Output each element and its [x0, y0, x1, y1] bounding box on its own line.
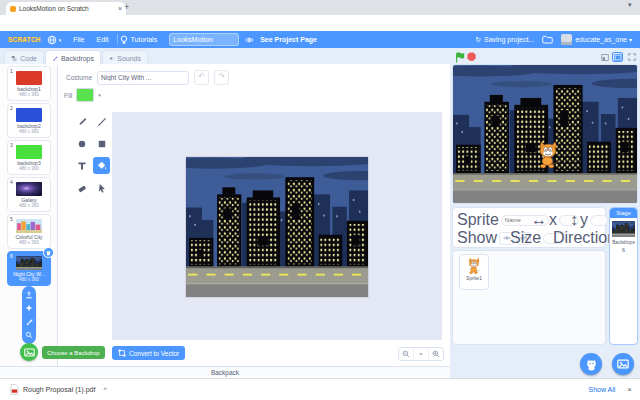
- stop-button[interactable]: [467, 52, 476, 61]
- tab-sounds[interactable]: Sounds: [102, 50, 148, 65]
- add-backdrop-menu: [22, 286, 36, 344]
- browser-tab-bar: LooksMotion on Scratch × + ▾: [0, 0, 640, 15]
- small-stage-button[interactable]: [599, 52, 610, 62]
- zoom-out-button[interactable]: [399, 348, 413, 360]
- backdrop-item-colorful-city[interactable]: 5 Colorful City 480 x 360: [7, 214, 51, 249]
- cat-sprite[interactable]: [533, 137, 563, 173]
- backpack-bar[interactable]: Backpack: [0, 366, 450, 378]
- saving-status: ↻ Saving project...: [475, 36, 534, 44]
- backdrop-thumbnail: [16, 71, 42, 85]
- convert-to-vector-button[interactable]: Convert to Vector: [112, 346, 185, 360]
- vector-icon: [118, 349, 126, 357]
- backdrop-number: 3: [10, 142, 13, 148]
- night-city-costume-image[interactable]: [186, 157, 368, 297]
- select-arrow-icon: [98, 184, 104, 193]
- y-arrow-icon: ↕: [570, 211, 578, 229]
- pdf-file-icon: [10, 384, 19, 395]
- stage-selector-card[interactable]: Stage Backdrops 6: [609, 207, 638, 345]
- add-sprite-button[interactable]: [580, 353, 602, 375]
- line-tool[interactable]: [93, 113, 110, 130]
- stage-selector-title: Stage: [610, 208, 637, 218]
- redo-button[interactable]: ↷: [214, 70, 229, 85]
- select-tool[interactable]: [93, 179, 110, 196]
- backdrops-count-value: 6: [610, 247, 637, 253]
- my-stuff-folder-icon[interactable]: [542, 35, 553, 44]
- browser-tab[interactable]: LooksMotion on Scratch ×: [6, 2, 126, 15]
- add-backdrop-button[interactable]: [612, 353, 634, 375]
- stage-preview[interactable]: [452, 64, 638, 204]
- backdrop-item-galaxy[interactable]: 4 Galaxy 480 x 360: [7, 177, 51, 212]
- upload-backdrop-icon[interactable]: [25, 291, 33, 299]
- tab-backdrops[interactable]: Backdrops: [45, 50, 101, 65]
- backdrop-item-backdrop3[interactable]: 3 backdrop3 480 x 360: [7, 140, 51, 175]
- see-project-page-button[interactable]: See Project Page: [260, 36, 317, 43]
- show-all-downloads-link[interactable]: Show All: [588, 386, 615, 393]
- costume-name-input[interactable]: [97, 71, 189, 85]
- menu-edit[interactable]: Edit: [97, 36, 109, 43]
- account-caret-icon[interactable]: ▾: [629, 36, 632, 43]
- direction-label: Direction: [553, 229, 616, 247]
- project-name-input[interactable]: [169, 33, 239, 46]
- backdrop-number: 2: [10, 105, 13, 111]
- zoom-reset-button[interactable]: =: [413, 348, 428, 360]
- user-avatar[interactable]: [561, 34, 572, 45]
- eraser-tool[interactable]: [73, 179, 90, 196]
- text-tool[interactable]: [73, 157, 90, 174]
- download-expand-icon[interactable]: ^: [103, 386, 106, 393]
- fill-color-swatch[interactable]: [76, 88, 94, 102]
- language-globe-icon[interactable]: [47, 35, 57, 45]
- stage-backdrop: [453, 65, 637, 203]
- circle-icon: [78, 140, 84, 146]
- menu-file[interactable]: File: [73, 36, 84, 43]
- scratch-logo[interactable]: SCRATCH: [8, 36, 41, 43]
- backdrop-number: 5: [10, 216, 13, 222]
- sprite-list: Sprite1: [452, 250, 606, 345]
- large-stage-button[interactable]: [612, 52, 623, 62]
- close-downloads-bar-icon[interactable]: ×: [627, 385, 632, 394]
- download-item[interactable]: Rough Proposal (1).pdf ^: [10, 384, 107, 395]
- backdrop-size: 480 x 360: [8, 240, 50, 245]
- sprite-card-sprite1[interactable]: Sprite1: [459, 254, 489, 290]
- backdrop-thumbnail: [16, 256, 42, 270]
- fill-caret-icon: ▾: [98, 92, 101, 98]
- sprite-y-input[interactable]: [590, 215, 608, 226]
- x-label: x: [549, 211, 557, 229]
- green-flag-button[interactable]: [455, 52, 465, 63]
- brush-icon: [79, 118, 86, 125]
- backdrop-image-icon: [24, 347, 35, 358]
- fullscreen-button[interactable]: [626, 52, 637, 62]
- brush-tool[interactable]: [73, 113, 90, 130]
- circle-tool[interactable]: [73, 135, 90, 152]
- menu-tutorials[interactable]: Tutorials: [131, 36, 158, 43]
- line-icon: [98, 118, 105, 125]
- fullscreen-icon: [628, 53, 636, 61]
- chrome-caret-icon[interactable]: ▾: [628, 1, 632, 9]
- backdrops-brush-icon: [52, 55, 58, 62]
- text-icon: [78, 162, 85, 169]
- rectangle-tool[interactable]: [93, 135, 110, 152]
- tab-title: LooksMotion on Scratch: [19, 5, 115, 12]
- surprise-backdrop-icon[interactable]: [25, 304, 33, 312]
- paint-backdrop-icon[interactable]: [25, 318, 33, 326]
- backdrop-item-backdrop2[interactable]: 2 backdrop2 480 x 360: [7, 103, 51, 138]
- backdrop-item-backdrop1[interactable]: 1 backdrop1 480 x 360: [7, 66, 51, 101]
- delete-backdrop-button[interactable]: [43, 247, 54, 258]
- close-tab-icon[interactable]: ×: [118, 5, 122, 12]
- zoom-in-button[interactable]: [428, 348, 443, 360]
- tab-code[interactable]: Code: [4, 50, 44, 65]
- fill-tool-selected[interactable]: [93, 157, 110, 174]
- undo-button[interactable]: ↶: [194, 70, 209, 85]
- backdrop-size: 480 x 360: [8, 166, 50, 171]
- tab-sounds-label: Sounds: [117, 55, 141, 62]
- backdrop-number: 1: [10, 68, 13, 74]
- choose-backdrop-button[interactable]: [20, 343, 38, 361]
- new-tab-button[interactable]: +: [124, 2, 129, 12]
- backdrop-thumbnail: [16, 182, 42, 196]
- sprite-y-group: ↕ y: [570, 211, 608, 229]
- scratch-menubar: SCRATCH ▾ File Edit Tutorials See Projec…: [0, 31, 640, 48]
- eraser-icon: [78, 185, 86, 192]
- zoom-in-icon: [432, 350, 440, 358]
- search-backdrop-icon[interactable]: [25, 331, 33, 339]
- backdrop-thumbnail: [16, 219, 42, 233]
- username[interactable]: educate_as_one: [575, 36, 627, 43]
